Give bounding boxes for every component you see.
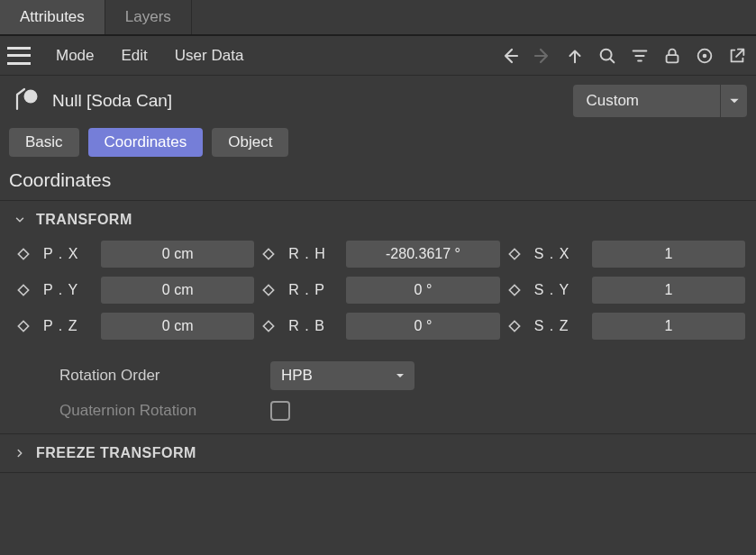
subtab-row: Basic Coordinates Object bbox=[0, 123, 756, 166]
input-scale-z[interactable] bbox=[592, 313, 745, 340]
group-freeze-label: FREEZE TRANSFORM bbox=[36, 445, 196, 461]
position-col: P . X P . Y P . Z bbox=[16, 241, 254, 340]
object-header: Null [Soda Can] Custom bbox=[0, 76, 756, 123]
keyframe-diamond-icon[interactable] bbox=[261, 247, 276, 261]
transform-options: Rotation Order HPB Quaternion Rotation bbox=[0, 349, 756, 433]
svg-point-4 bbox=[24, 90, 38, 104]
section-title: Coordinates bbox=[0, 166, 756, 201]
rotation-col: R . H R . P R . B bbox=[261, 241, 499, 340]
keyframe-diamond-icon[interactable] bbox=[16, 247, 31, 261]
keyframe-diamond-icon[interactable] bbox=[507, 283, 522, 297]
svg-rect-6 bbox=[18, 285, 28, 295]
param-label-px: P . X bbox=[43, 246, 94, 262]
menu-user-data[interactable]: User Data bbox=[164, 43, 255, 68]
svg-rect-13 bbox=[509, 321, 519, 331]
object-name: Null [Soda Can] bbox=[52, 91, 172, 111]
keyframe-diamond-icon[interactable] bbox=[507, 247, 522, 261]
group-transform-header[interactable]: TRANSFORM bbox=[0, 201, 756, 239]
param-label-sz: S . Z bbox=[534, 318, 585, 334]
svg-rect-1 bbox=[667, 55, 679, 62]
quaternion-rotation-label: Quaternion Rotation bbox=[59, 402, 258, 420]
input-rotation-h[interactable] bbox=[346, 241, 499, 268]
up-level-icon[interactable] bbox=[563, 44, 587, 68]
hamburger-menu-icon[interactable] bbox=[7, 47, 31, 65]
input-rotation-p[interactable] bbox=[346, 277, 499, 304]
keyframe-diamond-icon[interactable] bbox=[16, 319, 31, 333]
keyframe-diamond-icon[interactable] bbox=[507, 319, 522, 333]
tab-attributes[interactable]: Attributes bbox=[0, 0, 105, 34]
subtab-basic[interactable]: Basic bbox=[9, 128, 79, 157]
input-scale-y[interactable] bbox=[592, 277, 745, 304]
transform-params: P . X P . Y P . Z R . H R . P R . B bbox=[0, 239, 756, 349]
param-label-pz: P . Z bbox=[43, 318, 94, 334]
svg-rect-10 bbox=[264, 321, 274, 331]
param-label-rp: R . P bbox=[288, 282, 339, 298]
input-position-y[interactable] bbox=[101, 277, 254, 304]
input-scale-x[interactable] bbox=[592, 241, 745, 268]
tab-layers[interactable]: Layers bbox=[105, 0, 192, 34]
input-position-x[interactable] bbox=[101, 241, 254, 268]
lock-icon[interactable] bbox=[660, 44, 684, 68]
rotation-order-combo[interactable]: HPB bbox=[270, 361, 414, 390]
back-icon[interactable] bbox=[498, 44, 522, 68]
svg-rect-9 bbox=[264, 285, 274, 295]
filter-icon[interactable] bbox=[628, 44, 651, 68]
toolbar-icons bbox=[498, 44, 749, 68]
menu-edit[interactable]: Edit bbox=[111, 43, 159, 68]
svg-rect-8 bbox=[264, 249, 274, 259]
svg-rect-7 bbox=[18, 321, 28, 331]
keyframe-diamond-icon[interactable] bbox=[261, 283, 276, 297]
subtab-coordinates[interactable]: Coordinates bbox=[88, 128, 204, 157]
scale-col: S . X S . Y S . Z bbox=[507, 241, 745, 340]
input-rotation-b[interactable] bbox=[346, 313, 499, 340]
group-freeze-header[interactable]: FREEZE TRANSFORM bbox=[0, 434, 756, 472]
param-label-sy: S . Y bbox=[534, 282, 585, 298]
separator bbox=[0, 472, 756, 473]
mode-dropdown-label: Custom bbox=[573, 86, 720, 115]
svg-rect-12 bbox=[509, 285, 519, 295]
subtab-object[interactable]: Object bbox=[212, 128, 288, 157]
popout-icon[interactable] bbox=[725, 44, 749, 68]
null-object-icon bbox=[9, 85, 41, 117]
rotation-order-label: Rotation Order bbox=[59, 367, 258, 385]
chevron-down-icon bbox=[386, 361, 414, 390]
chevron-right-icon bbox=[13, 446, 27, 460]
menu-mode[interactable]: Mode bbox=[45, 43, 105, 68]
target-icon[interactable] bbox=[693, 44, 716, 68]
panel-tabs: Attributes Layers bbox=[0, 0, 756, 36]
chevron-down-icon bbox=[13, 213, 27, 227]
param-label-rb: R . B bbox=[288, 318, 339, 334]
group-transform-label: TRANSFORM bbox=[36, 212, 132, 228]
svg-point-3 bbox=[703, 53, 707, 58]
mode-dropdown[interactable]: Custom bbox=[573, 85, 747, 117]
svg-rect-11 bbox=[509, 249, 519, 259]
chevron-down-icon bbox=[720, 85, 747, 117]
param-label-rh: R . H bbox=[288, 246, 339, 262]
forward-icon bbox=[531, 44, 554, 68]
keyframe-diamond-icon[interactable] bbox=[16, 283, 31, 297]
svg-rect-5 bbox=[18, 249, 28, 259]
param-label-py: P . Y bbox=[43, 282, 94, 298]
quaternion-rotation-checkbox[interactable] bbox=[270, 401, 290, 421]
keyframe-diamond-icon[interactable] bbox=[261, 319, 276, 333]
param-label-sx: S . X bbox=[534, 246, 585, 262]
attribute-menubar: Mode Edit User Data bbox=[0, 36, 756, 76]
search-icon[interactable] bbox=[596, 44, 619, 68]
rotation-order-value: HPB bbox=[270, 363, 386, 388]
input-position-z[interactable] bbox=[101, 313, 254, 340]
